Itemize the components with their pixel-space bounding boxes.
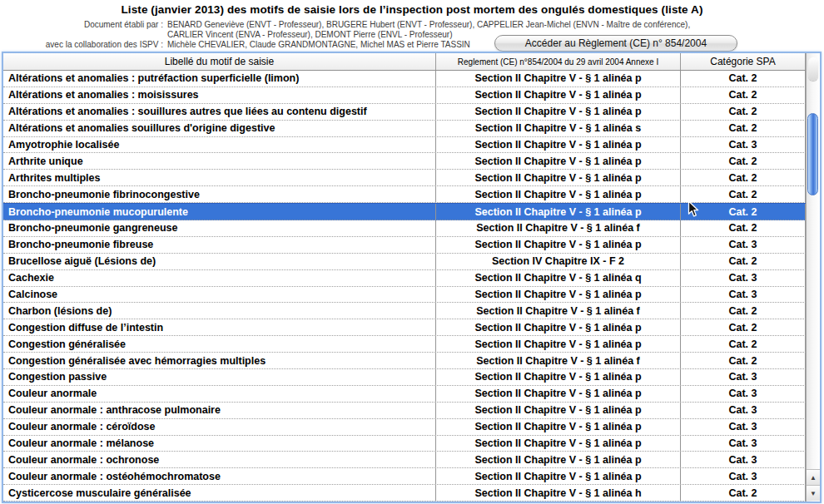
table-row[interactable]: Altérations et anomalies : putréfaction … [3,71,806,87]
row-cell-reglement: Section II Chapitre V - § 1 alinéa p [436,237,681,253]
table-row[interactable]: Broncho-pneumonie fibreuseSection II Cha… [3,237,806,254]
table-header-row: Libellé du motif de saisie Reglement (CE… [3,53,806,71]
row-cell-categorie: Cat. 2 [681,153,806,169]
row-cell-libelle: Arthrites multiples [3,170,436,185]
row-cell-reglement: Section II Chapitre V - § 1 alinéa p [436,204,681,220]
row-cell-libelle: Congestion passive [3,369,436,385]
table-row[interactable]: Congestion diffuse de l’intestinSection … [3,319,806,336]
table-row[interactable]: Broncho-pneumonie mucopurulenteSection I… [3,203,806,220]
column-header-categorie: Catégorie SPA [681,53,806,70]
row-cell-reglement: Section II Chapitre V - § 1 alinéa p [436,403,681,418]
row-cell-libelle: Broncho-pneumonie fibrinocongestive [3,186,436,202]
row-cell-libelle: Couleur anormale [3,386,436,402]
scrollbar-thumb[interactable] [807,113,818,195]
table-row[interactable]: Charbon (lésions de)Section II Chapitre … [3,303,806,319]
table-row[interactable]: Brucellose aiguë (Lésions de)Section IV … [3,254,806,270]
row-cell-reglement: Section II Chapitre V - § 1 alinéa p [436,436,681,452]
row-cell-libelle: Brucellose aiguë (Lésions de) [3,254,436,269]
table-row[interactable]: Couleur anormaleSection II Chapitre V - … [3,386,806,403]
table-row[interactable]: Congestion généraliséeSection II Chapitr… [3,336,806,353]
row-cell-libelle: Altérations et anomalies : souillures au… [3,104,436,120]
table-row[interactable]: Arthrite uniqueSection II Chapitre V - §… [3,153,806,170]
row-cell-categorie: Cat. 3 [681,369,806,385]
row-cell-reglement: Section II Chapitre V - § 1 alinéa f [436,220,681,236]
table-row[interactable]: Congestion généralisée avec hémorragies … [3,353,806,369]
scrollbar-track-cap [808,57,818,81]
table-row[interactable]: Arthrites multiplesSection II Chapitre V… [3,170,806,186]
credits-collaboration-label: avec la collaboration des ISPV : [0,40,163,50]
table-row[interactable]: CalcinoseSection II Chapitre V - § 1 ali… [3,287,806,304]
table-row[interactable]: Broncho-pneumonie fibrinocongestiveSecti… [3,186,806,203]
row-cell-libelle: Cachexie [3,270,436,286]
table-row[interactable]: Couleur anormale : ochronoseSection II C… [3,452,806,468]
row-cell-reglement: Section II Chapitre V - § 1 alinéa p [436,104,681,120]
vertical-scrollbar[interactable]: ▲ ▼ [806,53,820,502]
row-cell-reglement: Section II Chapitre V - § 1 alinéa p [436,336,681,352]
row-cell-reglement: Section II Chapitre V - § 1 alinéa f [436,303,681,319]
row-cell-reglement: Section II Chapitre V - § 1 alinéa p [436,170,681,185]
row-cell-categorie: Cat. 3 [681,452,806,467]
table-row[interactable]: Couleur anormale : anthracose pulmonaire… [3,403,806,419]
row-cell-reglement: Section II Chapitre V - § 1 alinéa p [436,186,681,202]
scroll-down-arrow-icon: ▼ [810,490,817,497]
row-cell-categorie: Cat. 2 [681,121,806,136]
table-row[interactable]: Broncho-pneumonie gangreneuseSection II … [3,220,806,237]
row-cell-reglement: Section II Chapitre V - § 1 alinéa p [436,369,681,385]
table-row[interactable]: Congestion passiveSection II Chapitre V … [3,369,806,386]
row-cell-libelle: Altérations et anomalies : putréfaction … [3,71,436,86]
row-cell-categorie: Cat. 2 [681,319,806,335]
row-cell-categorie: Cat. 2 [681,485,806,501]
row-cell-libelle: Congestion généralisée avec hémorragies … [3,353,436,368]
seizure-reasons-table: Libellé du motif de saisie Reglement (CE… [2,52,822,503]
table-row[interactable]: Amyotrophie localiséeSection II Chapitre… [3,137,806,154]
table-row[interactable]: Altérations et anomalies : moisissuresSe… [3,87,806,104]
row-cell-libelle: Amyotrophie localisée [3,137,436,153]
table-row[interactable]: CachexieSection II Chapitre V - § 1 alin… [3,270,806,287]
table-row[interactable]: Altérations et anomalies souillures d'or… [3,121,806,137]
row-cell-libelle: Altérations et anomalies : moisissures [3,87,436,103]
table-row[interactable]: Couleur anormale : mélanoseSection II Ch… [3,436,806,452]
row-cell-categorie: Cat. 2 [681,353,806,368]
credits-spacer [0,30,163,40]
table-row[interactable]: Couleur anormale : ostéohémochromatoseSe… [3,468,806,485]
row-cell-categorie: Cat. 2 [681,186,806,202]
row-cell-libelle: Couleur anormale : anthracose pulmonaire [3,403,436,418]
row-cell-reglement: Section II Chapitre V - § 1 alinéa p [436,419,681,435]
column-header-libelle: Libellé du motif de saisie [3,53,436,70]
row-cell-libelle: Broncho-pneumonie gangreneuse [3,220,436,236]
row-cell-reglement: Section II Chapitre V - § 1 alinéa f [436,353,681,368]
row-cell-categorie: Cat. 3 [681,270,806,286]
row-cell-categorie: Cat. 2 [681,71,806,86]
scroll-up-arrow-icon: ▲ [810,474,817,482]
row-cell-categorie: Cat. 3 [681,436,806,452]
row-cell-reglement: Section II Chapitre V - § 1 alinéa p [436,137,681,153]
table-row[interactable]: Altérations et anomalies : souillures au… [3,104,806,121]
row-cell-categorie: Cat. 3 [681,287,806,303]
row-cell-libelle: Couleur anormale : ostéohémochromatose [3,468,436,484]
row-cell-libelle: Couleur anormale : céroïdose [3,419,436,435]
row-cell-libelle: Charbon (lésions de) [3,303,436,319]
row-cell-reglement: Section II Chapitre V - § 1 alinéa p [436,287,681,303]
table-row[interactable]: Cysticercose musculaire généraliséeSecti… [3,485,806,502]
table-row[interactable]: Couleur anormale : céroïdoseSection II C… [3,419,806,436]
scroll-up-button[interactable]: ▲ [807,469,820,485]
table-body: Altérations et anomalies : putréfaction … [3,71,806,502]
row-cell-libelle: Altérations et anomalies souillures d'or… [3,121,436,136]
credits-block: Document établi par : BENARD Geneviève (… [0,20,499,50]
row-cell-categorie: Cat. 2 [681,254,806,269]
row-cell-categorie: Cat. 2 [681,336,806,352]
row-cell-reglement: Section II Chapitre V - § 1 alinéa h [436,485,681,501]
row-cell-categorie: Cat. 3 [681,237,806,253]
row-cell-libelle: Arthrite unique [3,153,436,169]
row-cell-categorie: Cat. 3 [681,137,806,153]
credits-established-label: Document établi par : [0,20,163,30]
row-cell-libelle: Broncho-pneumonie fibreuse [3,237,436,253]
column-header-reglement: Reglement (CE) n°854/2004 du 29 avril 20… [436,53,681,70]
row-cell-libelle: Cysticercose musculaire généralisée [3,485,436,501]
scroll-down-button[interactable]: ▼ [807,485,820,501]
access-regulation-button[interactable]: Accéder au Règlement (CE) n° 854/2004 [494,35,737,52]
page-title: Liste (janvier 2013) des motifs de saisi… [0,3,824,16]
row-cell-reglement: Section II Chapitre V - § 1 alinéa p [436,87,681,103]
row-cell-libelle: Congestion diffuse de l’intestin [3,319,436,335]
row-cell-reglement: Section II Chapitre V - § 1 alinéa p [436,319,681,335]
